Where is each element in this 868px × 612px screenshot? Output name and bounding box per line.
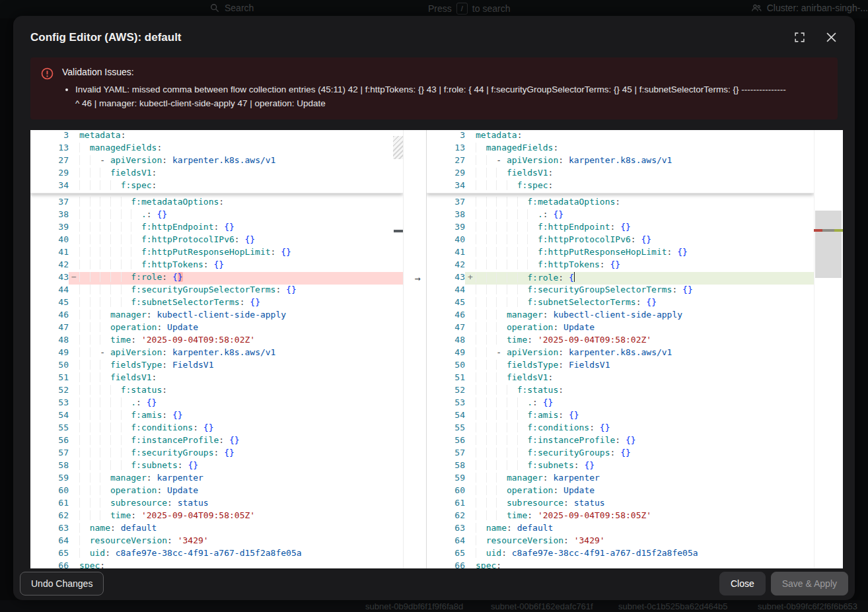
line-body[interactable]: operation: Update (69, 485, 403, 498)
line-code[interactable]: f:httpTokens: {} (476, 259, 620, 272)
line-body[interactable]: name: default (69, 523, 403, 535)
line-number[interactable]: 48 (30, 335, 69, 347)
line-number[interactable]: 53 (427, 397, 465, 410)
line-number[interactable]: 52 (30, 385, 69, 397)
line-body[interactable]: f:httpProtocolIPv6: {} (465, 234, 814, 247)
line-number[interactable]: 52 (427, 385, 465, 397)
line-body[interactable]: f:status: (465, 385, 814, 397)
line-code[interactable]: fieldsV1: (79, 168, 157, 180)
line-code[interactable]: f:spec: (476, 180, 553, 193)
code-line[interactable]: 66spec: (427, 561, 814, 568)
line-code[interactable]: fieldsV1: (476, 372, 553, 385)
line-body[interactable]: f:securityGroupSelectorTerms: {} (69, 285, 403, 297)
line-body[interactable]: f:subnets: {} (69, 460, 403, 473)
line-number[interactable]: 40 (30, 234, 69, 247)
code-line[interactable]: 44 f:securityGroupSelectorTerms: {} (30, 285, 403, 297)
line-body[interactable]: manager: karpenter (465, 473, 814, 485)
line-code[interactable]: f:httpTokens: {} (79, 259, 224, 272)
line-body[interactable]: f:httpProtocolIPv6: {} (69, 234, 403, 247)
line-code[interactable]: fieldsV1: (476, 168, 553, 180)
code-line[interactable]: 49 - apiVersion: karpenter.k8s.aws/v1 (427, 347, 814, 360)
line-number[interactable]: 37 (427, 197, 465, 209)
code-line[interactable]: 63 name: default (427, 523, 814, 535)
code-line[interactable]: 46 manager: kubectl-client-side-apply (427, 310, 814, 322)
code-content[interactable]: 37 f:metadataOptions:38 .: {}39 f:httpEn… (30, 193, 403, 568)
line-body[interactable]: manager: kubectl-client-side-apply (69, 310, 403, 322)
line-code[interactable]: uid: c8afe97e-38cc-4f91-a767-d15f2a8fe05… (476, 548, 698, 561)
line-body[interactable]: f:spec: (69, 180, 403, 193)
line-code[interactable]: uid: c8afe97e-38cc-4f91-a767-d15f2a8fe05… (79, 548, 302, 561)
line-body[interactable]: f:metadataOptions: (465, 197, 814, 209)
line-code[interactable]: .: {} (476, 397, 553, 410)
line-body[interactable]: f:subnets: {} (465, 460, 814, 473)
line-number[interactable]: 59 (427, 473, 465, 485)
line-code[interactable]: spec: (476, 561, 501, 568)
line-code[interactable]: f:httpPutResponseHopLimit: {} (476, 247, 688, 259)
code-line[interactable]: 57 f:securityGroups: {} (30, 448, 403, 460)
line-number[interactable]: 29 (30, 168, 69, 180)
line-body[interactable]: fieldsV1: (69, 168, 403, 180)
line-body[interactable]: .: {} (69, 209, 403, 222)
line-code[interactable]: resourceVersion: '3429' (79, 535, 209, 548)
line-body[interactable]: time: '2025-09-04T09:58:02Z' (465, 335, 814, 347)
line-code[interactable]: fieldsV1: (79, 372, 157, 385)
line-number[interactable]: 62 (30, 510, 69, 523)
line-number[interactable]: 56 (427, 435, 465, 448)
line-number[interactable]: 57 (427, 448, 465, 460)
line-code[interactable]: fieldsType: FieldsV1 (79, 360, 214, 372)
diff-original-pane[interactable]: 3metadata:13 managedFields:27 - apiVersi… (30, 130, 403, 568)
line-number[interactable]: 47 (427, 322, 465, 335)
code-line[interactable]: 38 .: {} (427, 209, 814, 222)
line-code[interactable]: resourceVersion: '3429' (476, 535, 605, 548)
code-line[interactable]: 48 time: '2025-09-04T09:58:02Z' (427, 335, 814, 347)
line-code[interactable]: metadata: (476, 130, 522, 143)
line-body[interactable]: f:securityGroups: {} (465, 448, 814, 460)
code-line[interactable]: 66spec: (30, 561, 403, 568)
code-line[interactable]: 40 f:httpProtocolIPv6: {} (427, 234, 814, 247)
code-line[interactable]: 39 f:httpEndpoint: {} (427, 222, 814, 234)
save-apply-button[interactable]: Save & Apply (771, 572, 848, 595)
line-code[interactable]: subresource: status (79, 498, 209, 510)
code-line[interactable]: 53 .: {} (427, 397, 814, 410)
line-body[interactable]: spec: (465, 561, 814, 568)
close-button[interactable] (824, 30, 839, 45)
line-number[interactable]: 43 (30, 272, 69, 285)
line-number[interactable]: 3 (30, 130, 69, 143)
line-code[interactable]: f:subnets: {} (476, 460, 595, 473)
line-code[interactable]: f:subnetSelectorTerms: {} (79, 297, 260, 310)
code-line[interactable]: 29 fieldsV1: (30, 168, 403, 180)
line-code[interactable]: f:conditions: {} (476, 423, 610, 435)
code-line[interactable]: 51 fieldsV1: (30, 372, 403, 385)
code-line[interactable]: 52 f:status: (427, 385, 814, 397)
line-body[interactable]: - apiVersion: karpenter.k8s.aws/v1 (69, 347, 403, 360)
code-line[interactable]: 45 f:subnetSelectorTerms: {} (30, 297, 403, 310)
code-line[interactable]: 61 subresource: status (30, 498, 403, 510)
line-number[interactable]: 66 (30, 561, 69, 568)
line-number[interactable]: 53 (30, 397, 69, 410)
line-number[interactable]: 43 (427, 272, 465, 285)
code-line[interactable]: 56 f:instanceProfile: {} (427, 435, 814, 448)
code-line[interactable]: 51 fieldsV1: (427, 372, 814, 385)
code-line[interactable]: 58 f:subnets: {} (30, 460, 403, 473)
line-code[interactable]: metadata: (79, 130, 126, 143)
diff-modified-pane[interactable]: 3metadata:13 managedFields:27 - apiVersi… (426, 130, 814, 568)
line-number[interactable]: 34 (30, 180, 69, 193)
code-line[interactable]: 45 f:subnetSelectorTerms: {} (427, 297, 814, 310)
line-number[interactable]: 37 (30, 197, 69, 209)
code-line[interactable]: 27 - apiVersion: karpenter.k8s.aws/v1 (30, 155, 403, 168)
line-code[interactable]: f:status: (476, 385, 563, 397)
code-line[interactable]: 3metadata: (427, 130, 814, 143)
line-number[interactable]: 62 (427, 510, 465, 523)
line-body[interactable]: f:instanceProfile: {} (465, 435, 814, 448)
line-number[interactable]: 55 (30, 423, 69, 435)
line-code[interactable]: name: default (476, 523, 553, 535)
line-code[interactable]: .: {} (79, 209, 167, 222)
line-number[interactable]: 51 (30, 372, 69, 385)
line-body[interactable]: metadata: (69, 130, 403, 143)
code-line[interactable]: 55 f:conditions: {} (30, 423, 403, 435)
code-line[interactable]: 53 .: {} (30, 397, 403, 410)
line-code[interactable]: operation: Update (476, 485, 595, 498)
line-number[interactable]: 65 (427, 548, 465, 561)
line-code[interactable]: f:metadataOptions: (476, 197, 620, 209)
code-line[interactable]: 47 operation: Update (427, 322, 814, 335)
